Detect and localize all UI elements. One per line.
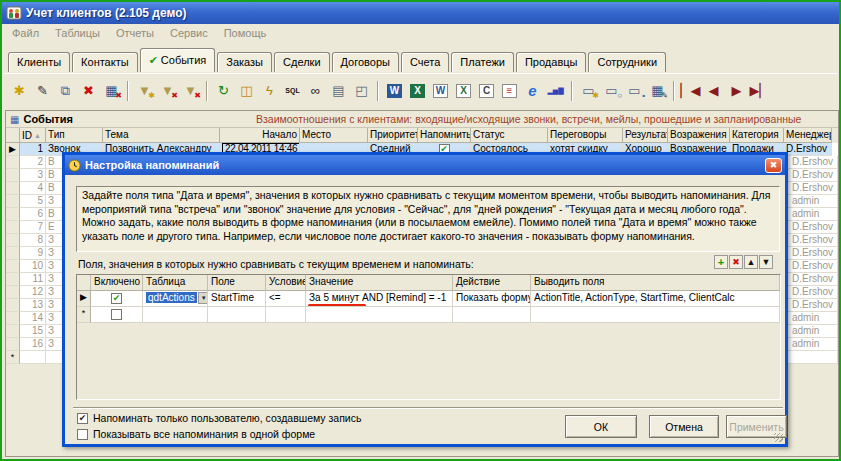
cell-output-fields[interactable]: ActionTitle, ActionType, StartTime, Clie… (531, 291, 780, 307)
cell-id[interactable]: 13 (20, 299, 46, 312)
menu-item-5[interactable]: Помощь (216, 25, 275, 41)
hierarchy-icon[interactable]: ◫ (236, 81, 257, 101)
cell-manager[interactable]: D.Ershov (790, 286, 838, 299)
column-header-output[interactable]: Выводить поля (531, 275, 780, 291)
column-header-table[interactable]: Таблица (143, 275, 208, 291)
nav-next-icon[interactable]: ▶ (726, 81, 747, 101)
column-header-field[interactable]: Поле (208, 275, 266, 291)
cell-manager[interactable]: admin (790, 195, 838, 208)
cell-manager[interactable]: D.Ershov (784, 143, 832, 156)
cell-id[interactable]: 12 (20, 286, 46, 299)
tab-2[interactable]: Контакты (72, 52, 138, 72)
new-record-icon[interactable]: ✱ (9, 81, 30, 101)
column-header-place[interactable]: Место (300, 128, 368, 143)
edit-record-icon[interactable]: ✎ (32, 81, 53, 101)
cell-manager[interactable]: D.Ershov (790, 156, 838, 169)
column-header-remind[interactable]: Напомнить (418, 128, 471, 143)
cell-id[interactable]: 4 (20, 182, 46, 195)
cell-manager[interactable]: admin (790, 338, 838, 351)
print-icon[interactable]: ▤ (328, 81, 349, 101)
move-down-button[interactable]: ▼ (759, 255, 773, 269)
cell-id[interactable]: 11 (20, 273, 46, 286)
column-header-enabled[interactable]: Включено (91, 275, 143, 291)
cell-id[interactable]: 10 (20, 260, 46, 273)
preview-icon[interactable]: ◰ (351, 81, 372, 101)
cell-manager[interactable]: D.Ershov (790, 247, 838, 260)
menu-item-3[interactable]: Отчеты (108, 25, 162, 41)
window-titlebar[interactable]: Учет клиентов (2.105 демо) (2, 2, 839, 24)
tab-5[interactable]: Сделки (274, 52, 330, 72)
close-button[interactable]: ✖ (765, 158, 782, 173)
cell-manager[interactable]: admin (790, 312, 838, 325)
filter-flash-icon[interactable]: ϟ (259, 81, 280, 101)
column-header-manager[interactable]: Менеджер (784, 128, 832, 143)
cell-enabled[interactable]: ✔ (91, 291, 143, 307)
cell-value[interactable]: За 5 минут AND [Remind] = -1 (306, 291, 453, 307)
cell[interactable] (266, 307, 306, 323)
menu-item-2[interactable]: Таблицы (47, 25, 108, 41)
cell-manager[interactable]: D.Ershov (790, 169, 838, 182)
column-header-condition[interactable]: Условие (266, 275, 306, 291)
resize-grip[interactable] (774, 433, 783, 442)
filter-clear-icon[interactable]: ▼✖ (180, 81, 201, 101)
delete-table-icon[interactable]: ▦✖ (101, 81, 122, 101)
cell-manager[interactable]: D.Ershov (790, 221, 838, 234)
tab-4[interactable]: Заказы (217, 52, 272, 72)
report-doc-icon[interactable]: ≡ (499, 81, 520, 101)
cell-id[interactable]: 15 (20, 325, 46, 338)
form-search-icon[interactable]: ▭○ (601, 81, 622, 101)
cell[interactable] (790, 351, 838, 364)
browser-icon[interactable]: e (522, 81, 543, 101)
cancel-button[interactable]: Отмена (649, 415, 719, 438)
reminder-rule-row[interactable]: ▶ ✔ qdtActions▼ StartTime <= За 5 минут … (77, 291, 780, 307)
nav-first-icon[interactable]: ▏◀ (680, 81, 701, 101)
tab-7[interactable]: Счета (401, 52, 449, 72)
column-header-category[interactable]: Категория (730, 128, 784, 143)
nav-last-icon[interactable]: ▶▏ (749, 81, 770, 101)
delete-record-icon[interactable]: ✖ (78, 81, 99, 101)
cell-action[interactable]: Показать форму (453, 291, 531, 307)
dialog-titlebar[interactable]: Настройка напоминаний ✖ (65, 155, 785, 175)
cell-manager[interactable]: D.Ershov (790, 299, 838, 312)
cell[interactable] (20, 351, 46, 364)
new-form-icon[interactable]: ▭✱ (578, 81, 599, 101)
cell-id[interactable]: 2 (20, 156, 46, 169)
cell-id[interactable]: 14 (20, 312, 46, 325)
column-header-value[interactable]: Значение (306, 275, 453, 291)
cell[interactable] (306, 307, 453, 323)
tab-9[interactable]: Продавцы (516, 52, 587, 72)
chart-icon[interactable]: ▂▅▇ (545, 81, 566, 101)
cell-id[interactable]: 1 (20, 143, 46, 156)
column-header-type[interactable]: Тип (46, 128, 103, 143)
tab-10[interactable]: Сотрудники (588, 52, 666, 72)
word-doc-icon[interactable]: W (430, 81, 451, 101)
cell-id[interactable]: 6 (20, 208, 46, 221)
cell-manager[interactable]: D.Ershov (790, 182, 838, 195)
search-icon[interactable]: ∞ (305, 81, 326, 101)
filter-add-icon[interactable]: ▼✱ (134, 81, 155, 101)
cell[interactable] (143, 307, 208, 323)
delete-row-button[interactable]: ✖ (729, 255, 743, 269)
column-header-objections[interactable]: Возражения (668, 128, 730, 143)
word-export-icon[interactable]: W (384, 81, 405, 101)
cell[interactable] (453, 307, 531, 323)
tab-8[interactable]: Платежи (451, 52, 514, 72)
cell[interactable] (531, 307, 780, 323)
add-row-button[interactable]: + (714, 255, 728, 269)
tab-3[interactable]: ✔События (140, 48, 216, 72)
cell-id[interactable]: 5 (20, 195, 46, 208)
table-select[interactable]: qdtActions (146, 292, 197, 303)
filter-remove-icon[interactable]: ▼✖ (157, 81, 178, 101)
cell-manager[interactable]: D.Ershov (790, 273, 838, 286)
column-header-start[interactable]: Начало (220, 128, 300, 143)
ok-button[interactable]: ОК (565, 415, 637, 438)
menu-item-1[interactable]: Файл (4, 25, 47, 41)
cell-field[interactable]: StartTime (208, 291, 266, 307)
column-header-action[interactable]: Действие (453, 275, 531, 291)
column-header-theme[interactable]: Тема (103, 128, 220, 143)
sql-icon[interactable]: SQL (282, 81, 303, 101)
column-header-talks[interactable]: Переговоры (548, 128, 623, 143)
dropdown-icon[interactable]: ▼ (198, 292, 208, 304)
cell-table[interactable]: qdtActions▼ (143, 291, 208, 307)
move-up-button[interactable]: ▲ (744, 255, 758, 269)
